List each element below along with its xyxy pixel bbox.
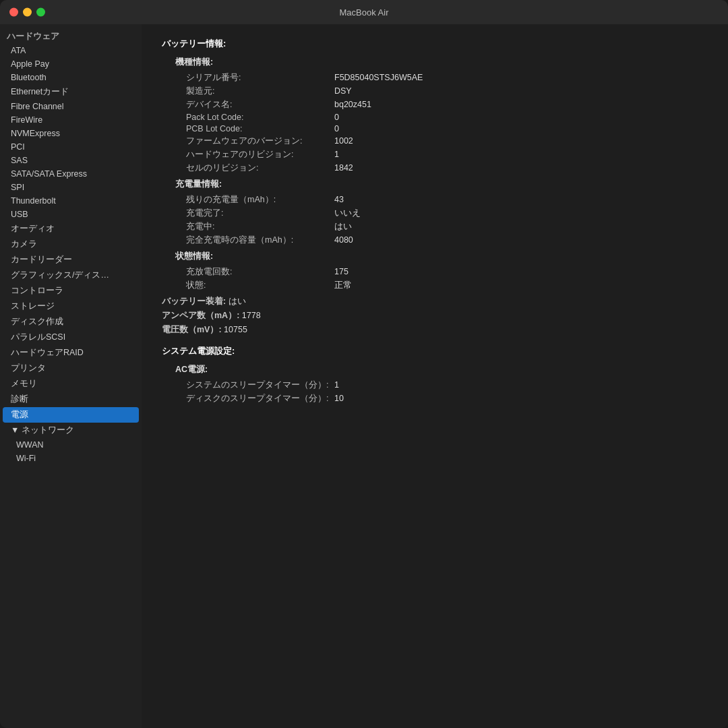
- pcb-lot-row: PCB Lot Code: 0: [186, 123, 708, 134]
- firmware-value: 1002: [334, 136, 353, 146]
- status-info-group: 状態情報: 充放電回数: 175 状態: 正常: [175, 251, 708, 292]
- sidebar-item-sas[interactable]: SAS: [0, 154, 142, 167]
- charging-row: 充電中: はい: [186, 220, 708, 233]
- cell-rev-row: セルのリビジョン: 1842: [186, 161, 708, 175]
- charge-complete-value: いいえ: [334, 208, 361, 219]
- pcb-lot-value: 0: [334, 124, 339, 133]
- power-section-title: システム電源設定:: [162, 345, 708, 357]
- sidebar-item-network-disclosure[interactable]: ▼ ネットワーク: [0, 423, 142, 438]
- charge-group-title: 充電量情報:: [175, 179, 708, 190]
- sidebar-item-memory[interactable]: メモリ: [0, 376, 142, 392]
- serial-label: シリアル番号:: [186, 72, 334, 84]
- sidebar-item-power[interactable]: 電源: [3, 407, 139, 423]
- battery-installed-label: バッテリー装着:: [162, 297, 226, 306]
- traffic-lights: [9, 8, 45, 17]
- condition-label: 状態:: [186, 280, 334, 291]
- sidebar-item-ethernet[interactable]: Ethernetカード: [0, 84, 142, 100]
- sidebar-item-thunderbolt[interactable]: Thunderbolt: [0, 194, 142, 208]
- manufacturer-label: 製造元:: [186, 86, 334, 97]
- device-name-value: bq20z451: [334, 100, 371, 109]
- sidebar: ハードウェア ATA Apple Pay Bluetooth Ethernetカ…: [0, 24, 142, 728]
- sidebar-item-pci[interactable]: PCI: [0, 140, 142, 154]
- condition-value: 正常: [334, 280, 352, 291]
- sidebar-item-camera[interactable]: カメラ: [0, 237, 142, 252]
- model-group-title: 機種情報:: [175, 57, 708, 68]
- sidebar-item-wifi[interactable]: Wi-Fi: [0, 452, 142, 465]
- sidebar-item-disk[interactable]: ディスク作成: [0, 314, 142, 330]
- pack-lot-label: Pack Lot Code:: [186, 113, 334, 122]
- amperage-row: アンペア数（mA）: 1778: [162, 310, 708, 322]
- full-capacity-value: 4080: [334, 235, 353, 245]
- sidebar-item-printer[interactable]: プリンタ: [0, 361, 142, 376]
- sidebar-item-diagnostics[interactable]: 診断: [0, 392, 142, 407]
- amperage-value: 1778: [242, 311, 261, 320]
- sidebar-item-controller[interactable]: コントローラ: [0, 283, 142, 299]
- window-title: MacBook Air: [340, 7, 389, 18]
- system-sleep-row: システムのスリープタイマー（分）: 1: [186, 378, 708, 392]
- hardware-rev-value: 1: [334, 150, 339, 159]
- remaining-label: 残りの充電量（mAh）:: [186, 194, 334, 206]
- hardware-rev-row: ハードウェアのリビジョン: 1: [186, 148, 708, 161]
- firmware-row: ファームウェアのバージョン: 1002: [186, 134, 708, 148]
- sidebar-item-applepay[interactable]: Apple Pay: [0, 57, 142, 71]
- battery-section-title: バッテリー情報:: [162, 38, 708, 50]
- ac-group-title: AC電源:: [175, 364, 708, 375]
- sidebar-item-ata[interactable]: ATA: [0, 44, 142, 57]
- manufacturer-row: 製造元: DSY: [186, 84, 708, 98]
- disk-sleep-label: ディスクのスリープタイマー（分）:: [186, 393, 334, 404]
- sidebar-item-usb[interactable]: USB: [0, 208, 142, 221]
- minimize-button[interactable]: [23, 8, 32, 17]
- serial-row: シリアル番号: F5D85040STSJ6W5AE: [186, 71, 708, 84]
- voltage-value: 10755: [224, 325, 247, 334]
- charge-complete-row: 充電完了: いいえ: [186, 206, 708, 220]
- charge-info-group: 充電量情報: 残りの充電量（mAh）: 43 充電完了: いいえ 充電中: はい…: [175, 179, 708, 247]
- sidebar-item-cardreader[interactable]: カードリーダー: [0, 252, 142, 268]
- sidebar-item-hwraid[interactable]: ハードウェアRAID: [0, 345, 142, 361]
- battery-installed-value: はい: [229, 297, 246, 306]
- model-info-group: 機種情報: シリアル番号: F5D85040STSJ6W5AE 製造元: DSY…: [175, 57, 708, 175]
- ac-info-group: AC電源: システムのスリープタイマー（分）: 1 ディスクのスリープタイマー（…: [175, 364, 708, 405]
- disk-sleep-value: 10: [334, 394, 344, 403]
- sidebar-item-fibre[interactable]: Fibre Channel: [0, 100, 142, 113]
- charging-label: 充電中:: [186, 221, 334, 233]
- full-capacity-row: 完全充電時の容量（mAh）: 4080: [186, 233, 708, 247]
- voltage-label: 電圧数（mV）:: [162, 325, 222, 334]
- charge-complete-label: 充電完了:: [186, 208, 334, 219]
- hardware-rev-label: ハードウェアのリビジョン:: [186, 149, 334, 160]
- cycle-count-label: 充放電回数:: [186, 266, 334, 278]
- condition-row: 状態: 正常: [186, 278, 708, 292]
- maximize-button[interactable]: [36, 8, 45, 17]
- sidebar-item-audio[interactable]: オーディオ: [0, 221, 142, 237]
- sidebar-item-spi[interactable]: SPI: [0, 181, 142, 194]
- cell-rev-label: セルのリビジョン:: [186, 162, 334, 174]
- full-capacity-label: 完全充電時の容量（mAh）:: [186, 235, 334, 246]
- content-area: ハードウェア ATA Apple Pay Bluetooth Ethernetカ…: [0, 24, 728, 728]
- serial-value: F5D85040STSJ6W5AE: [334, 73, 423, 82]
- sidebar-item-storage[interactable]: ストレージ: [0, 299, 142, 314]
- close-button[interactable]: [9, 8, 18, 17]
- pack-lot-row: Pack Lot Code: 0: [186, 111, 708, 123]
- system-sleep-value: 1: [334, 380, 339, 390]
- battery-installed-row: バッテリー装着: はい: [162, 296, 708, 307]
- sidebar-item-firewire[interactable]: FireWire: [0, 113, 142, 127]
- sidebar-item-wwan[interactable]: WWAN: [0, 438, 142, 452]
- firmware-label: ファームウェアのバージョン:: [186, 135, 334, 147]
- sidebar-item-parallel[interactable]: パラレルSCSI: [0, 330, 142, 345]
- sidebar-item-nvme[interactable]: NVMExpress: [0, 127, 142, 140]
- remaining-value: 43: [334, 195, 344, 204]
- cell-rev-value: 1842: [334, 163, 353, 173]
- voltage-row: 電圧数（mV）: 10755: [162, 324, 708, 336]
- sidebar-item-sata[interactable]: SATA/SATA Express: [0, 167, 142, 181]
- device-name-row: デバイス名: bq20z451: [186, 98, 708, 111]
- main-content: バッテリー情報: 機種情報: シリアル番号: F5D85040STSJ6W5AE…: [142, 24, 728, 728]
- device-name-label: デバイス名:: [186, 99, 334, 111]
- remaining-row: 残りの充電量（mAh）: 43: [186, 193, 708, 206]
- manufacturer-value: DSY: [334, 86, 352, 96]
- charging-value: はい: [334, 221, 352, 233]
- cycle-count-value: 175: [334, 267, 348, 276]
- sidebar-item-graphics[interactable]: グラフィックス/ディス…: [0, 268, 142, 283]
- sidebar-item-bluetooth[interactable]: Bluetooth: [0, 71, 142, 84]
- system-sleep-label: システムのスリープタイマー（分）:: [186, 380, 334, 391]
- status-group-title: 状態情報:: [175, 251, 708, 262]
- window: MacBook Air ハードウェア ATA Apple Pay Bluetoo…: [0, 0, 728, 728]
